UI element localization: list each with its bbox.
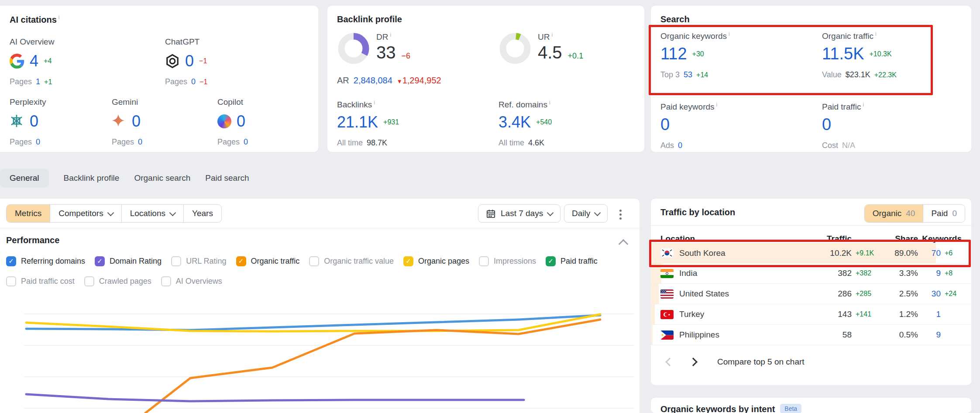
tab-organic-search[interactable]: Organic search: [134, 169, 190, 187]
organic-keywords-by-intent-card: Organic keywords by intentBeta: [651, 398, 971, 413]
granularity-dropdown[interactable]: Daily: [564, 204, 608, 223]
backlinks-value[interactable]: 21.1K: [337, 113, 378, 131]
performance-line-chart[interactable]: [0, 301, 640, 413]
dr-delta: −6: [402, 52, 411, 61]
competitors-dropdown[interactable]: Competitors: [50, 205, 121, 222]
checked-checkbox-icon: ✓: [95, 256, 105, 266]
keywords-count[interactable]: 70: [918, 248, 941, 258]
metric-paid-keywords: Paid keywordsi 0 Ads0: [660, 102, 717, 150]
metric-dr: DRi 33 −6: [337, 32, 410, 65]
more-options-kebab-icon[interactable]: [618, 208, 623, 221]
tab-paid-search[interactable]: Paid search: [205, 169, 249, 187]
organic-traffic-value[interactable]: 11.5K: [822, 45, 864, 63]
ref-domains-value[interactable]: 3.4K: [499, 113, 531, 131]
pages-count[interactable]: 1: [36, 77, 40, 86]
copilot-icon: [217, 114, 231, 128]
metric-organic-keywords: Organic keywordsi 112 +30 Top 353+14: [660, 31, 730, 79]
organic-toggle-button[interactable]: Organic40: [865, 205, 923, 222]
checkbox-url-rating[interactable]: URL Rating: [171, 256, 226, 266]
pages-count[interactable]: 0: [36, 138, 40, 147]
ar-delta: ▼1,294,952: [397, 76, 441, 86]
unchecked-checkbox-icon: [6, 276, 16, 286]
info-icon[interactable]: i: [729, 31, 730, 37]
pages-count[interactable]: 0: [191, 77, 196, 86]
ai-citations-title: AI citationsi: [10, 14, 59, 25]
column-keywords: Keywords: [918, 234, 962, 244]
tab-general[interactable]: General: [0, 169, 49, 187]
table-row-south-korea[interactable]: South Korea 10.2K +9.1K 89.0% 70 +6: [651, 243, 971, 263]
dr-donut-chart: [337, 32, 370, 65]
checkbox-label: Impressions: [494, 257, 536, 266]
checkbox-organic-traffic-value[interactable]: Organic traffic value: [309, 256, 394, 266]
toolbar-divider: [0, 228, 640, 228]
paid-keywords-value[interactable]: 0: [660, 115, 670, 134]
ai-overview-value[interactable]: 4: [30, 52, 38, 70]
traffic-value: 286: [812, 289, 852, 299]
pages-count[interactable]: 0: [138, 138, 142, 147]
organic-keywords-delta: +30: [692, 50, 704, 58]
info-icon[interactable]: i: [549, 100, 550, 106]
locations-dropdown[interactable]: Locations: [121, 205, 183, 222]
performance-checkbox-row-1: ✓Referring domains✓Domain RatingURL Rati…: [6, 255, 598, 268]
info-icon[interactable]: i: [875, 31, 877, 37]
info-icon[interactable]: i: [58, 14, 60, 21]
checkbox-paid-traffic[interactable]: ✓Paid traffic: [546, 256, 598, 266]
ref-domains-delta: +540: [536, 118, 552, 126]
compare-top5-link[interactable]: Compare top 5 on chart: [717, 357, 805, 367]
checkbox-organic-traffic[interactable]: ✓Organic traffic: [236, 256, 300, 266]
share-value: 89.0%: [884, 248, 918, 258]
checkbox-paid-traffic-cost[interactable]: Paid traffic cost: [6, 276, 75, 286]
perplexity-value[interactable]: 0: [30, 112, 38, 131]
pages-count[interactable]: 0: [244, 138, 248, 147]
keywords-count[interactable]: 9: [918, 330, 941, 340]
checkbox-label: AI Overviews: [176, 277, 222, 286]
ads-value[interactable]: 0: [678, 141, 682, 150]
column-traffic: Traffic: [812, 234, 852, 244]
chart-settings-group: Metrics Competitors Locations Years: [6, 204, 222, 223]
checkbox-referring-domains[interactable]: ✓Referring domains: [6, 256, 85, 266]
info-icon[interactable]: i: [551, 32, 553, 38]
paid-traffic-value[interactable]: 0: [822, 115, 831, 134]
ai-overview-delta: +4: [44, 57, 52, 65]
metric-chatgpt: ChatGPT 0 −1 Pages0−1: [165, 37, 207, 86]
table-row-philippines[interactable]: Philippines 58 0.5% 9: [651, 325, 971, 345]
backlink-profile-title: Backlink profile: [337, 14, 402, 24]
collapse-chevron-up-icon[interactable]: [619, 239, 629, 249]
copilot-value[interactable]: 0: [237, 112, 245, 131]
checkbox-ai-overviews[interactable]: AI Overviews: [161, 276, 222, 286]
chatgpt-value[interactable]: 0: [185, 52, 194, 70]
keywords-delta: +24: [941, 290, 962, 298]
table-row-india[interactable]: India 382 +382 3.3% 9 +8: [651, 263, 971, 284]
checkbox-organic-pages[interactable]: ✓Organic pages: [403, 256, 469, 266]
share-value: 1.2%: [884, 310, 918, 319]
keywords-count[interactable]: 9: [918, 268, 941, 278]
share-bar: [651, 325, 653, 345]
keywords-count[interactable]: 30: [918, 289, 941, 299]
ar-value[interactable]: 2,848,084: [354, 76, 392, 86]
top3-value[interactable]: 53: [684, 70, 692, 79]
tab-backlink-profile[interactable]: Backlink profile: [64, 169, 120, 187]
years-button[interactable]: Years: [183, 205, 221, 222]
checkbox-label: Organic traffic: [251, 257, 300, 266]
paid-toggle-button[interactable]: Paid0: [923, 205, 965, 222]
unchecked-checkbox-icon: [309, 256, 319, 266]
keywords-count[interactable]: 1: [918, 310, 941, 319]
traffic-by-location-title: Traffic by location: [660, 207, 735, 217]
checkbox-impressions[interactable]: Impressions: [479, 256, 536, 266]
info-icon[interactable]: i: [374, 100, 375, 106]
previous-page-chevron-icon[interactable]: [665, 358, 674, 366]
unchecked-checkbox-icon: [84, 276, 94, 286]
checkbox-domain-rating[interactable]: ✓Domain Rating: [95, 256, 162, 266]
next-page-chevron-icon[interactable]: [689, 358, 698, 366]
gemini-value[interactable]: 0: [132, 112, 141, 131]
info-icon[interactable]: i: [390, 32, 391, 38]
date-range-dropdown[interactable]: Last 7 days: [478, 204, 560, 223]
organic-keywords-value[interactable]: 112: [660, 45, 687, 63]
info-icon[interactable]: i: [863, 102, 864, 108]
table-row-turkey[interactable]: Turkey 143 +141 1.2% 1: [651, 304, 971, 325]
info-icon[interactable]: i: [716, 102, 718, 108]
metrics-button[interactable]: Metrics: [7, 205, 50, 222]
organic-traffic-delta: +10.3K: [869, 50, 891, 58]
table-row-united-states[interactable]: United States 286 +285 2.5% 30 +24: [651, 284, 971, 304]
checkbox-crawled-pages[interactable]: Crawled pages: [84, 276, 151, 286]
